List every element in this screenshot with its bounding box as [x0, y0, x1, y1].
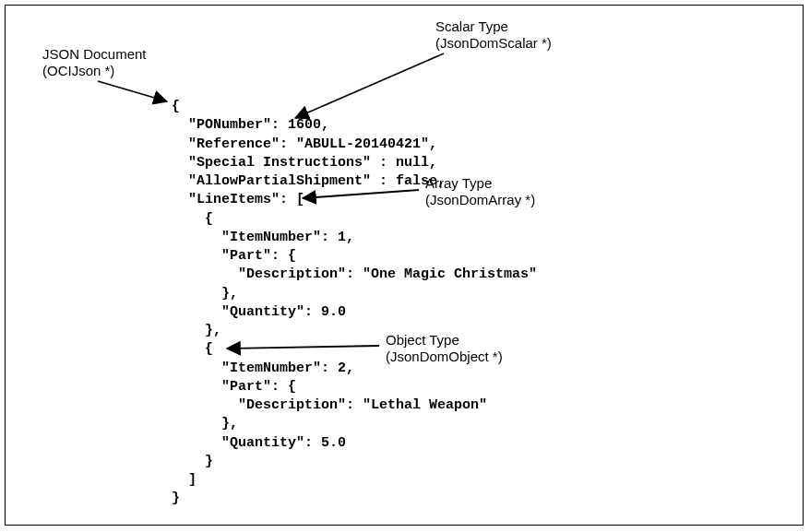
json-code-block: { "PONumber": 1600, "Reference": "ABULL-…: [172, 98, 537, 509]
diagram-frame: JSON Document (OCIJson *) Scalar Type (J…: [5, 5, 804, 526]
label-json-document: JSON Document (OCIJson *): [42, 46, 147, 79]
arrow-json-document: [98, 81, 167, 101]
label-scalar-type: Scalar Type (JsonDomScalar *): [435, 18, 552, 52]
